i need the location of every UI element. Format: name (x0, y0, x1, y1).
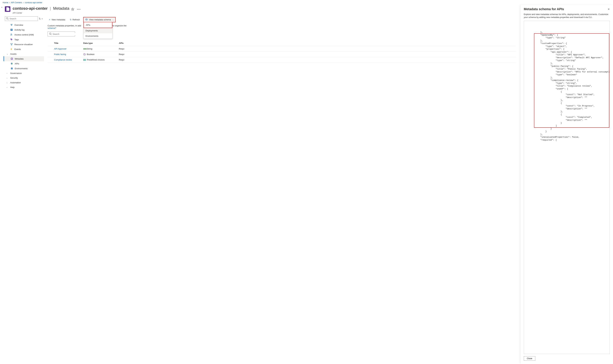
log-icon (10, 28, 13, 31)
sidebar-item-label: Governance (10, 72, 22, 74)
refresh-button[interactable]: ↻ Refresh (69, 18, 81, 22)
datatype-icon (83, 59, 86, 61)
metadata-search[interactable] (48, 32, 75, 36)
iam-icon (10, 33, 13, 36)
row-title-link[interactable]: Public facing (54, 53, 66, 55)
sidebar-item-assets[interactable]: ⌄Assets (4, 52, 44, 56)
svg-line-1 (8, 19, 8, 20)
row-datatype: Boolean (87, 53, 95, 55)
sidebar-item-apis[interactable]: APIs (4, 61, 44, 66)
svg-point-0 (6, 17, 8, 19)
row-title-link[interactable]: Compliance review (54, 59, 72, 61)
view-schema-dropdown[interactable]: View metadata schema ⌄ (83, 17, 115, 22)
table-row[interactable]: API ApproverABCStringRequi (48, 46, 516, 52)
row-datatype: String (87, 48, 92, 50)
svg-line-26 (51, 34, 52, 35)
visualizer-icon (10, 43, 13, 46)
datatype-icon: ABC (83, 48, 86, 50)
table-header: Title Data type APIs (48, 40, 516, 46)
search-icon (49, 33, 52, 36)
search-icon (6, 17, 9, 20)
breadcrumb-home[interactable]: Home (3, 1, 8, 4)
refresh-label: Refresh (72, 18, 80, 21)
sidebar-item-metadata[interactable]: Metadata (4, 56, 44, 61)
sidebar-item-label: Assets (10, 53, 16, 55)
close-button[interactable]: Close (524, 356, 535, 361)
view-schema-menu: APIs Deployments Environments (83, 22, 112, 39)
col-assignment[interactable]: APIs (119, 42, 138, 44)
sidebar-item-environments[interactable]: Environments (4, 66, 44, 71)
content: ＋ New metadata ↻ Refresh View metadata s… (45, 16, 519, 364)
schema-option-apis[interactable]: APIs (83, 22, 112, 28)
env-icon (11, 67, 13, 70)
row-assignment: Requi (119, 59, 138, 61)
svg-point-24 (86, 19, 87, 20)
svg-point-13 (11, 39, 11, 39)
sidebar-item-governance[interactable]: ›Governance (4, 71, 44, 76)
row-title-link[interactable]: API Approver (54, 48, 67, 50)
svg-rect-10 (11, 30, 12, 30)
eye-icon (85, 18, 88, 21)
sidebar-item-label: Environments (15, 67, 27, 70)
sidebar-item-security[interactable]: ›Security (4, 76, 44, 80)
expand-icon[interactable]: ⇅ (39, 17, 41, 20)
new-metadata-button[interactable]: ＋ New metadata (48, 17, 66, 22)
sidebar-item-label: Tags (14, 38, 19, 41)
chevron-down-icon: ⌄ (112, 19, 114, 21)
schema-help-link[interactable]: schema? (48, 27, 56, 29)
plus-icon: ＋ (49, 18, 51, 21)
col-title[interactable]: Title (48, 42, 83, 44)
sidebar-item-overview[interactable]: Overview (4, 23, 44, 27)
resource-type-label: API Center (13, 12, 518, 14)
chevron-right-icon: › (7, 82, 9, 84)
sidebar-item-access-control-iam-[interactable]: Access control (IAM) (4, 32, 44, 37)
sidebar-item-automation[interactable]: ›Automation (4, 80, 44, 85)
svg-point-16 (11, 45, 12, 45)
events-icon (10, 48, 13, 51)
breadcrumb-resource[interactable]: contoso-api-center (25, 1, 42, 4)
close-icon[interactable]: ✕ (608, 8, 610, 11)
row-assignment: Requi (119, 53, 138, 55)
svg-point-11 (11, 34, 12, 35)
collapse-sidebar-icon[interactable]: « (42, 17, 43, 20)
description: Custom metadata properties, in add ition… (48, 25, 516, 29)
favorite-icon[interactable]: ☆ (71, 7, 74, 12)
chevron-right-icon: › (7, 72, 9, 74)
sidebar-item-activity-log[interactable]: Activity log (4, 27, 44, 32)
sidebar-search-input[interactable] (10, 17, 37, 20)
sidebar-item-label: APIs (15, 63, 19, 65)
svg-line-18 (12, 44, 12, 45)
sidebar-item-help[interactable]: ›Help (4, 85, 44, 90)
breadcrumb-api-centers[interactable]: API Centers (11, 1, 22, 4)
sidebar-item-tags[interactable]: Tags (4, 37, 44, 42)
description-text-pre: Custom metadata properties, in add (48, 25, 81, 27)
chevron-right-icon: › (7, 77, 9, 79)
page-title: contoso-api-center | Metadata ☆ ⋯ (13, 5, 518, 12)
sidebar-item-label: Automation (10, 81, 21, 84)
more-icon[interactable]: ⋯ (77, 7, 81, 12)
sidebar: ⇅ « OverviewActivity logAccess control (… (4, 16, 45, 364)
schema-option-deployments[interactable]: Deployments (83, 28, 112, 33)
new-metadata-label: New metadata (52, 18, 65, 21)
schema-option-environments[interactable]: Environments (83, 33, 112, 39)
svg-point-25 (49, 33, 51, 34)
toolbar: ＋ New metadata ↻ Refresh View metadata s… (48, 16, 516, 23)
row-datatype: Predefined choices (87, 59, 105, 61)
resource-section: Metadata (53, 6, 69, 11)
sidebar-item-events[interactable]: Events (4, 47, 44, 52)
sidebar-item-label: Security (10, 77, 18, 79)
flyout-title: Metadata schema for APIs (524, 7, 564, 11)
metadata-icon (11, 57, 13, 60)
sidebar-item-resource-visualizer[interactable]: Resource visualizer (4, 42, 44, 47)
col-datatype[interactable]: Data type (83, 42, 119, 44)
datatype-icon (83, 53, 86, 56)
sidebar-search[interactable] (5, 16, 38, 21)
collapse-left-icon[interactable]: » (0, 5, 4, 364)
chevron-right-icon: › (9, 1, 10, 4)
table-row[interactable]: Public facingBooleanRequi (48, 52, 516, 57)
svg-rect-29 (83, 59, 84, 60)
chevron-down-icon: ⌄ (7, 53, 9, 55)
table-row[interactable]: Compliance reviewPredefined choicesRequi (48, 57, 516, 63)
metadata-search-input[interactable] (53, 33, 80, 35)
schema-json-viewer[interactable]: }, "UpdatedBy": { "type": "string" }, "c… (524, 21, 610, 354)
